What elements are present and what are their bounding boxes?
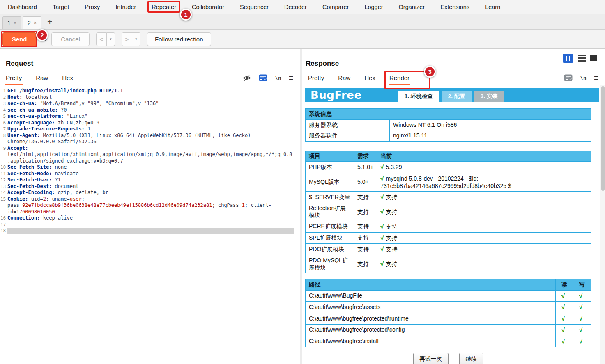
- menu-item-decoder[interactable]: Decoder: [276, 0, 315, 14]
- menu-item-organizer[interactable]: Organizer: [391, 0, 433, 14]
- main-split: Request PrettyRawHex: [0, 49, 605, 364]
- request-line: 1GET /bugfree/install/index.php HTTP/1.1: [0, 88, 300, 94]
- close-icon[interactable]: ×: [34, 20, 37, 26]
- doc-tab-1[interactable]: 1×: [2, 16, 21, 29]
- menu-item-intruder[interactable]: Intruder: [108, 0, 144, 14]
- request-line: 12Sec-Fetch-User: ?1: [0, 177, 300, 183]
- paths-body: C:\autit\www\BugFile√√C:\autit\www\bugfr…: [306, 290, 591, 347]
- request-editor[interactable]: 1GET /bugfree/install/index.php HTTP/1.1…: [0, 85, 300, 364]
- request-menu-icon[interactable]: ≡: [289, 74, 293, 82]
- check-icon: √: [380, 260, 384, 267]
- menu-item-logger[interactable]: Logger: [357, 0, 391, 14]
- check-current: √5.3.29: [377, 162, 591, 173]
- check-row: Reflection扩展模块支持√支持: [306, 203, 591, 221]
- path-row: C:\autit\www\bugfree\assets√√: [306, 302, 591, 313]
- install-button-2[interactable]: 继续: [459, 353, 483, 364]
- install-step-2[interactable]: 2. 配置: [442, 91, 472, 102]
- check-icon: √: [561, 292, 565, 299]
- response-tab-render[interactable]: Render3: [389, 71, 410, 85]
- sysinfo-value: nginx/1.15.11: [390, 130, 591, 142]
- layout-maximize-icon[interactable]: [590, 55, 597, 61]
- request-subtab-icons: \n ≡: [242, 74, 293, 85]
- newline-toggle-icon[interactable]: \n: [580, 75, 587, 81]
- menu-item-collaborator[interactable]: Collaborator: [184, 0, 232, 14]
- response-scrollbar[interactable]: [600, 85, 605, 364]
- request-panel: Request PrettyRawHex: [0, 49, 300, 364]
- check-icon: √: [561, 303, 565, 310]
- check-current: √支持: [377, 203, 591, 221]
- menu-item-proxy[interactable]: Proxy: [77, 0, 108, 14]
- menu-item-repeater[interactable]: Repeater1: [144, 0, 184, 14]
- line-number: 2: [0, 94, 7, 101]
- close-icon[interactable]: ×: [14, 20, 16, 26]
- check-row: $_SERVER变量支持√支持: [306, 192, 591, 203]
- new-tab-button[interactable]: +: [43, 17, 56, 27]
- response-tab-pretty[interactable]: Pretty: [307, 71, 325, 85]
- request-tab-hex[interactable]: Hex: [61, 71, 74, 85]
- follow-redirection-button[interactable]: Follow redirection: [147, 32, 211, 46]
- check-item: SPL扩展模块: [306, 232, 354, 244]
- menu-item-extensions[interactable]: Extensions: [432, 0, 477, 14]
- response-tab-raw[interactable]: Raw: [337, 71, 351, 85]
- menu-item-dashboard[interactable]: Dashboard: [0, 0, 45, 14]
- pause-icon[interactable]: [563, 54, 573, 63]
- hide-nonprintable-icon[interactable]: [242, 75, 251, 81]
- check-current: √支持: [377, 244, 591, 255]
- checks-header-required: 需求: [354, 151, 377, 162]
- request-tab-raw[interactable]: Raw: [35, 71, 49, 85]
- request-title: Request: [6, 60, 300, 68]
- response-menu-icon[interactable]: ≡: [594, 74, 598, 82]
- doc-tab-2[interactable]: 2×: [23, 16, 41, 29]
- cancel-button[interactable]: Cancel: [51, 32, 90, 46]
- check-required: 支持: [354, 255, 377, 273]
- check-row: PHP版本5.1.0+√5.3.29: [306, 162, 591, 173]
- path-cell: C:\autit\www\bugfree\assets: [306, 302, 556, 313]
- layout-rows-icon[interactable]: [578, 55, 586, 62]
- settings-gear-icon[interactable]: ⚙: [41, 35, 47, 43]
- check-item: PCRE扩展模块: [306, 221, 354, 232]
- word-wrap-icon[interactable]: [259, 74, 267, 81]
- check-row: PDO MySQL扩展模块支持√支持: [306, 255, 591, 273]
- word-wrap-icon[interactable]: [564, 74, 573, 81]
- response-subtab-list: PrettyRawHexRender3: [307, 71, 410, 85]
- request-tab-pretty[interactable]: Pretty: [5, 71, 23, 85]
- install-step-3[interactable]: 3. 安装: [474, 91, 504, 102]
- menu-item-sequencer[interactable]: Sequencer: [232, 0, 276, 14]
- check-item: $_SERVER变量: [306, 192, 354, 203]
- response-tab-hex[interactable]: Hex: [363, 71, 376, 85]
- history-forward-dropdown-icon[interactable]: ▾: [132, 32, 140, 46]
- line-number: 10: [0, 164, 7, 171]
- history-back-dropdown-icon[interactable]: ▾: [107, 32, 115, 46]
- history-forward-button[interactable]: >: [122, 32, 132, 46]
- path-read-check: √: [556, 313, 573, 325]
- path-row: C:\autit\www\bugfree\protected\runtime√√: [306, 313, 591, 325]
- sysinfo-table: 系统信息 服务器系统Windows NT 6.1 On i586服务器软件ngi…: [305, 108, 591, 142]
- doc-tab-label: 2: [28, 20, 31, 26]
- response-title: Response: [306, 60, 605, 68]
- check-required: 支持: [354, 232, 377, 244]
- check-current-text: 支持: [386, 235, 398, 241]
- request-line: 8User-Agent: Mozilla/5.0 (X11; Linux x86…: [0, 133, 300, 145]
- check-icon: √: [380, 193, 384, 200]
- install-step-1[interactable]: 1. 环境检查: [398, 91, 439, 102]
- request-line: 15Cookie: uid=2; uname=user; pass=92e7fb…: [0, 196, 300, 215]
- history-back-button[interactable]: <: [96, 32, 107, 46]
- install-button-1[interactable]: 再试一次: [413, 353, 449, 364]
- check-icon: √: [380, 223, 384, 230]
- menu-item-target[interactable]: Target: [45, 0, 77, 14]
- check-icon: √: [579, 315, 582, 322]
- sysinfo-row: 服务器系统Windows NT 6.1 On i586: [306, 119, 591, 130]
- check-current: √支持: [377, 221, 591, 232]
- check-current-text: 支持: [386, 261, 398, 267]
- line-number: 6: [0, 120, 7, 126]
- scrollbar-thumb[interactable]: [601, 86, 605, 191]
- line-number: 14: [0, 190, 7, 196]
- newline-toggle-icon[interactable]: \n: [275, 75, 281, 81]
- doc-tab-list: 1×2×: [2, 16, 41, 29]
- menu-item-comparer[interactable]: Comparer: [315, 0, 357, 14]
- menu-item-learn[interactable]: Learn: [477, 0, 508, 14]
- send-button[interactable]: Send2: [2, 32, 36, 46]
- line-number: 7: [0, 126, 7, 133]
- line-number: 8: [0, 133, 7, 145]
- request-line: 7Upgrade-Insecure-Requests: 1: [0, 126, 300, 133]
